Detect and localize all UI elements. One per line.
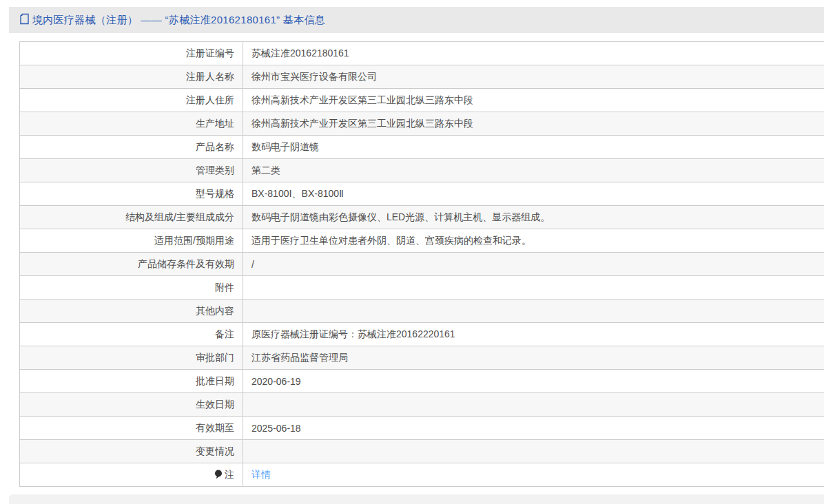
table-row: 附件 xyxy=(20,276,824,300)
table-row: 批准日期 2020-06-19 xyxy=(20,370,824,393)
row-value: 原医疗器械注册证编号：苏械注准20162220161 xyxy=(243,323,824,346)
row-value: 适用于医疗卫生单位对患者外阴、阴道、宫颈疾病的检查和记录。 xyxy=(243,229,824,253)
table-row: 备注 原医疗器械注册证编号：苏械注准20162220161 xyxy=(20,323,824,346)
row-label: 型号规格 xyxy=(20,182,243,206)
row-value: 江苏省药品监督管理局 xyxy=(243,346,824,370)
details-link[interactable]: 详情 xyxy=(251,469,271,480)
table-row: 变更情况 xyxy=(20,440,824,463)
row-value: 苏械注准20162180161 xyxy=(243,42,824,65)
row-value: 详情 xyxy=(243,463,824,487)
table-row: 注册证编号 苏械注准20162180161 xyxy=(20,42,824,65)
row-label: 结构及组成/主要组成成分 xyxy=(20,206,243,229)
table-row: 注册人名称 徐州市宝兴医疗设备有限公司 xyxy=(20,65,824,89)
row-value: 徐州高新技术产业开发区第三工业园北纵三路东中段 xyxy=(243,89,824,112)
row-value xyxy=(243,276,824,300)
row-value xyxy=(243,393,824,417)
row-label: 生效日期 xyxy=(20,393,243,417)
table-row: 生产地址 徐州高新技术产业开发区第三工业园北纵三路东中段 xyxy=(20,112,824,136)
row-value: 2020-06-19 xyxy=(243,370,824,393)
row-label: 产品储存条件及有效期 xyxy=(20,253,243,276)
row-value: 徐州市宝兴医疗设备有限公司 xyxy=(243,65,824,89)
table-row: 审批部门 江苏省药品监督管理局 xyxy=(20,346,824,370)
row-value xyxy=(243,440,824,463)
row-label: 适用范围/预期用途 xyxy=(20,229,243,253)
balloon-note-icon xyxy=(214,470,223,481)
info-table-container: 注册证编号 苏械注准20162180161 注册人名称 徐州市宝兴医疗设备有限公… xyxy=(19,41,824,487)
row-label: 管理类别 xyxy=(20,159,243,182)
table-row: 结构及组成/主要组成成分 数码电子阴道镜由彩色摄像仪、LED光源、计算机主机、显… xyxy=(20,206,824,229)
footer-bar xyxy=(9,494,824,504)
row-value: BX-8100Ⅰ、BX-8100Ⅱ xyxy=(243,182,824,206)
row-value: 数码电子阴道镜由彩色摄像仪、LED光源、计算机主机、显示器组成。 xyxy=(243,206,824,229)
row-label: 注册人住所 xyxy=(20,89,243,112)
row-label: 附件 xyxy=(20,276,243,300)
table-row: 生效日期 xyxy=(20,393,824,417)
row-label: 有效期至 xyxy=(20,417,243,440)
row-label: 产品名称 xyxy=(20,136,243,159)
table-row: 适用范围/预期用途 适用于医疗卫生单位对患者外阴、阴道、宫颈疾病的检查和记录。 xyxy=(20,229,824,253)
row-value: 第二类 xyxy=(243,159,824,182)
page: 境内医疗器械（注册） —— “苏械注准20162180161” 基本信息 注册证… xyxy=(0,0,824,504)
table-row: 产品储存条件及有效期 / xyxy=(20,253,824,276)
row-label: 注册证编号 xyxy=(20,42,243,65)
table-row: 其他内容 xyxy=(20,300,824,323)
table-row: 注 详情 xyxy=(20,463,824,487)
row-label: 注册人名称 xyxy=(20,65,243,89)
row-value: 2025-06-18 xyxy=(243,417,824,440)
row-label: 注 xyxy=(20,463,243,487)
page-title: 境内医疗器械（注册） —— “苏械注准20162180161” 基本信息 xyxy=(32,14,325,27)
row-value xyxy=(243,300,824,323)
table-row: 管理类别 第二类 xyxy=(20,159,824,182)
row-label: 审批部门 xyxy=(20,346,243,370)
row-label: 其他内容 xyxy=(20,300,243,323)
table-row: 有效期至 2025-06-18 xyxy=(20,417,824,440)
row-label: 生产地址 xyxy=(20,112,243,136)
row-value: 徐州高新技术产业开发区第三工业园北纵三路东中段 xyxy=(243,112,824,136)
row-label-text: 注 xyxy=(225,469,234,480)
row-value: / xyxy=(243,253,824,276)
row-label: 备注 xyxy=(20,323,243,346)
table-row: 注册人住所 徐州高新技术产业开发区第三工业园北纵三路东中段 xyxy=(20,89,824,112)
info-table: 注册证编号 苏械注准20162180161 注册人名称 徐州市宝兴医疗设备有限公… xyxy=(19,41,824,487)
table-row: 产品名称 数码电子阴道镜 xyxy=(20,136,824,159)
row-value: 数码电子阴道镜 xyxy=(243,136,824,159)
header-bar: 境内医疗器械（注册） —— “苏械注准20162180161” 基本信息 xyxy=(9,7,824,33)
row-label: 批准日期 xyxy=(20,370,243,393)
table-row: 型号规格 BX-8100Ⅰ、BX-8100Ⅱ xyxy=(20,182,824,206)
document-icon xyxy=(19,13,30,28)
row-label: 变更情况 xyxy=(20,440,243,463)
